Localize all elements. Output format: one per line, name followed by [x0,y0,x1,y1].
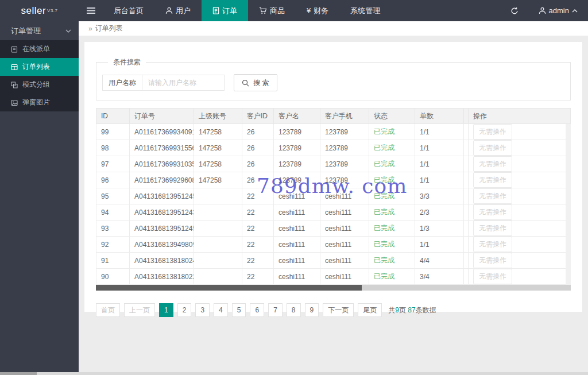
no-action-button[interactable]: 无需操作 [473,204,512,220]
image-icon [11,99,18,106]
col-header-customer-name: 客户名 [274,109,320,124]
pagination-summary: 共9页 87条数据 [388,306,436,315]
group-icon [11,82,18,88]
username-input-group: 用户名称 [102,75,225,91]
col-header-customer-phone: 客户手机 [320,109,369,124]
no-action-button[interactable]: 无需操作 [473,156,512,172]
orders-table: ID 订单号 上级账号 客户ID 客户名 客户手机 状态 单数 操作 99A0 [96,108,571,285]
yen-icon: ¥ [307,6,311,15]
no-action-button[interactable]: 无需操作 [473,172,512,188]
orders-table-wrap: ID 订单号 上级账号 客户ID 客户名 客户手机 状态 单数 操作 99A0 [96,108,571,285]
no-action-button[interactable]: 无需操作 [473,140,512,156]
table-row: 96A0116173699296083314725826123789123789… [96,172,571,188]
sidebar-item-mode-group[interactable]: 模式分组 [0,76,79,94]
topbar-right: admin [501,0,588,21]
no-action-button[interactable]: 无需操作 [473,237,512,252]
page-number-button[interactable]: 2 [177,303,192,317]
nav-item-dashboard[interactable]: 后台首页 [103,0,154,21]
page-last-button[interactable]: 尾页 [358,303,382,317]
status-badge: 已完成 [369,124,415,140]
sidebar-item-online-dispatch[interactable]: 在线派单 [0,40,79,58]
search-button[interactable]: 搜 索 [234,74,277,91]
page-title: 订单列表 [95,24,123,33]
col-gap [464,109,469,124]
top-bar: sellerV3.7 后台首页 用户 订单 商品 ¥ [0,0,588,21]
table-vertical-scrollbar[interactable] [566,124,571,285]
table-row: 94A0413168139512431222ceshi111ceshi111已完… [96,204,571,221]
status-badge: 已完成 [369,140,415,156]
table-row: 93A0413168139512451722ceshi111ceshi111已完… [96,221,571,237]
list-icon [11,64,18,71]
refresh-button[interactable] [501,0,528,21]
sidebar: 订单管理 在线派单 订单列表 模式分组 弹窗图片 [0,21,79,375]
user-icon [539,7,546,14]
document-icon [212,7,219,14]
search-panel: 条件搜索 用户名称 搜 索 [96,57,571,100]
content-card: 条件搜索 用户名称 搜 索 ID [84,42,582,312]
main-nav: 后台首页 用户 订单 商品 ¥ 财务 系统管理 [103,0,391,21]
collapse-menu-button[interactable] [79,0,103,21]
sidebar-item-popup-image[interactable]: 弹窗图片 [0,94,79,111]
page-number-button[interactable]: 4 [214,303,228,317]
username-input[interactable] [142,75,224,90]
table-row: 98A0116173699315562814725826123789123789… [96,140,571,156]
table-row: 95A0413168139512459822ceshi111ceshi111已完… [96,188,571,204]
status-badge: 已完成 [369,253,415,269]
username-label: 用户名称 [103,75,142,90]
table-row: 99A0116173699340915114725826123789123789… [96,124,571,140]
total-pages: 9 [395,306,399,314]
page-horizontal-scrollbar-thumb[interactable] [0,372,37,375]
breadcrumb: » 订单列表 [79,21,588,36]
col-header-status: 状态 [369,109,415,124]
col-header-action: 操作 [469,109,571,124]
page-number-button[interactable]: 3 [195,303,210,317]
status-badge: 已完成 [369,221,415,237]
cart-icon [259,7,267,14]
sidebar-group-order-management[interactable]: 订单管理 [0,21,79,40]
status-badge: 已完成 [369,204,415,221]
main-area: » 订单列表 条件搜索 用户名称 搜 索 [79,21,588,375]
table-row: 90A0413168138180223222ceshi111ceshi111已完… [96,269,571,285]
page-number-button[interactable]: 8 [287,303,301,317]
app-logo: sellerV3.7 [0,0,79,21]
page-prev-button[interactable]: 上一页 [124,303,155,317]
page-number-button[interactable]: 9 [305,303,319,317]
no-action-button[interactable]: 无需操作 [473,221,512,236]
status-badge: 已完成 [369,156,415,172]
table-horizontal-scrollbar [96,285,571,291]
nav-item-users[interactable]: 用户 [154,0,202,21]
total-records: 87 [408,306,415,314]
user-icon [165,7,173,14]
page-next-button[interactable]: 下一页 [323,303,354,317]
status-badge: 已完成 [369,237,415,253]
page-first-button[interactable]: 首页 [96,303,120,317]
table-row: 92A0413168139498092722ceshi111ceshi111已完… [96,237,571,253]
no-action-button[interactable]: 无需操作 [473,253,512,268]
page-number-button[interactable]: 6 [250,303,264,317]
no-action-button[interactable]: 无需操作 [473,188,512,204]
dispatch-icon [11,46,18,53]
no-action-button[interactable]: 无需操作 [473,269,512,284]
table-horizontal-scrollbar-thumb[interactable] [96,285,362,291]
page-horizontal-scrollbar [0,372,588,375]
col-header-order-no: 订单号 [130,109,194,124]
no-action-button[interactable]: 无需操作 [473,124,512,140]
page-number-button[interactable]: 5 [232,303,246,317]
status-badge: 已完成 [369,269,415,285]
breadcrumb-separator: » [88,25,92,33]
sidebar-item-order-list[interactable]: 订单列表 [0,58,79,76]
nav-item-orders[interactable]: 订单 [202,0,248,21]
chevron-up-icon [572,9,578,13]
logo-text: seller [21,5,46,17]
sidebar-items: 在线派单 订单列表 模式分组 弹窗图片 [0,40,79,111]
user-menu[interactable]: admin [528,0,588,21]
nav-item-system[interactable]: 系统管理 [339,0,391,21]
nav-item-goods[interactable]: 商品 [248,0,296,21]
status-badge: 已完成 [369,188,415,204]
col-header-customer-id: 客户ID [242,109,274,124]
col-header-parent-account: 上级账号 [194,109,242,124]
page-number-button[interactable]: 7 [268,303,283,317]
nav-item-finance[interactable]: ¥ 财务 [296,0,339,21]
search-icon [242,79,249,87]
page-number-button[interactable]: 1 [159,303,173,317]
